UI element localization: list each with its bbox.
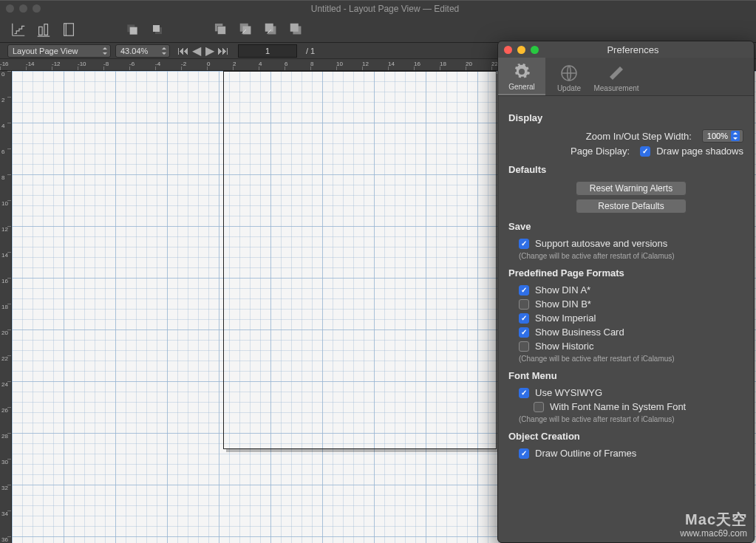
page-formats-heading: Predefined Page Formats [508,267,743,279]
main-titlebar: Untitled - Layout Page View — Edited [0,0,756,16]
din-b-checkbox[interactable] [519,299,529,310]
gear-icon [513,63,531,81]
svg-rect-8 [217,26,225,34]
prefs-tabs: General Update Measurement [498,58,754,96]
page-total: / 1 [306,47,315,55]
imperial-checkbox[interactable] [519,313,529,324]
overlap-back-icon[interactable] [149,21,166,38]
din-a-label: Show DIN A* [535,284,590,296]
outline-label: Draw Outline of Frames [535,448,636,459]
autosave-label: Support autosave and versions [535,238,667,249]
watermark: Mac天空 www.mac69.com [680,510,747,539]
vertical-ruler: 024681012141618202224262830323436 [0,71,12,543]
prefs-title: Preferences [518,44,748,55]
prev-page-button[interactable]: ◀ [191,45,202,57]
stack-4-icon[interactable] [288,21,304,38]
close-icon[interactable] [6,4,14,13]
svg-rect-1 [44,24,48,35]
prefs-titlebar: Preferences [498,41,754,58]
main-toolbar [0,16,756,43]
wysiwyg-label: Use WYSIWYG [535,387,602,398]
save-note: (Change will be active after restart of … [508,252,743,260]
zoom-step-value: 100% [707,132,728,140]
reset-warning-button[interactable]: Reset Warning Alerts [576,181,687,196]
zoom-select[interactable]: 43.04% [115,44,170,58]
page-number-input[interactable] [238,44,297,58]
last-page-button[interactable]: ⏭ [217,45,229,57]
zoom-step-select[interactable]: 100% [702,129,743,143]
tab-general[interactable]: General [498,58,545,95]
svg-rect-4 [130,27,137,34]
font-menu-note: (Change will be active after restart of … [508,415,743,423]
business-label: Show Business Card [535,327,624,338]
preferences-window: Preferences General Update Measurement D… [497,41,755,543]
svg-rect-14 [290,23,299,31]
chevron-updown-icon [731,131,740,141]
overlap-front-icon[interactable] [124,21,140,38]
svg-rect-6 [153,25,160,32]
stack-3-icon[interactable] [263,21,279,38]
display-heading: Display [508,112,743,123]
page-display-label: Page Display: [519,146,630,157]
watermark-brand: Mac天空 [680,510,747,528]
object-creation-heading: Object Creation [508,431,743,442]
view-mode-value: Layout Page View [13,47,78,55]
font-menu-heading: Font Menu [508,370,743,381]
svg-rect-0 [39,27,43,35]
next-page-button[interactable]: ▶ [204,45,216,57]
system-font-label: With Font Name in System Font [550,401,686,412]
imperial-label: Show Imperial [535,313,596,324]
first-page-button[interactable]: ⏮ [177,45,189,57]
tab-update-label: Update [557,84,581,92]
autosave-checkbox[interactable] [519,239,529,249]
window-title: Untitled - Layout Page View — Edited [20,4,750,14]
din-b-label: Show DIN B* [535,298,591,310]
tab-general-label: General [508,83,535,91]
view-mode-select[interactable]: Layout Page View [7,44,111,58]
business-checkbox[interactable] [519,327,529,338]
historic-checkbox[interactable] [519,341,529,352]
svg-rect-2 [64,23,74,35]
historic-label: Show Historic [535,341,593,352]
draw-shadows-checkbox[interactable] [640,146,650,157]
defaults-heading: Defaults [508,164,743,175]
save-heading: Save [508,221,743,232]
restore-defaults-button[interactable]: Restore Defaults [576,199,687,214]
system-font-checkbox[interactable] [534,402,544,412]
page-formats-note: (Change will be active after restart of … [508,355,743,363]
svg-rect-10 [242,26,251,34]
watermark-url: www.mac69.com [680,528,747,539]
align-bottom-icon[interactable] [35,21,52,38]
draw-shadows-label: Draw page shadows [656,146,743,157]
grid-tool-icon[interactable] [10,21,27,38]
page-icon[interactable] [61,21,77,38]
wysiwyg-checkbox[interactable] [519,388,529,398]
stack-1-icon[interactable] [213,21,229,38]
din-a-checkbox[interactable] [519,285,529,296]
tab-measurement-label: Measurement [593,84,638,92]
zoom-step-label: Zoom In/Out Step Width: [519,131,692,142]
stack-2-icon[interactable] [238,21,254,38]
ruler-icon [607,64,625,82]
tab-measurement[interactable]: Measurement [593,58,640,95]
prefs-body: Display Zoom In/Out Step Width: 100% Pag… [498,96,754,471]
tab-update[interactable]: Update [545,58,593,95]
outline-checkbox[interactable] [519,448,529,459]
zoom-value: 43.04% [120,47,148,55]
prefs-close-icon[interactable] [504,46,512,54]
svg-rect-12 [265,23,273,31]
globe-icon [560,64,578,82]
page-rect[interactable] [223,71,497,449]
